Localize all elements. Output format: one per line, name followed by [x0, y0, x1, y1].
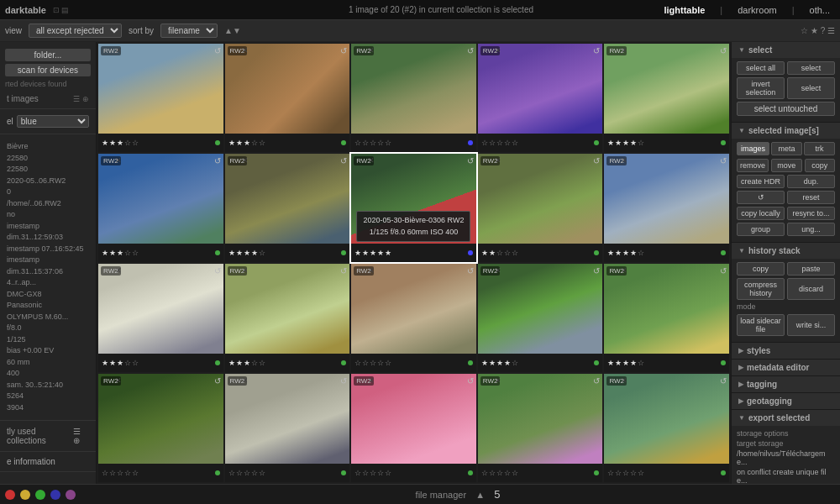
thumbnail-cell-10[interactable]: ✕RW2↺★★★★☆: [604, 154, 729, 262]
thumbnail-cell-5[interactable]: ✕RW2↺★★★★☆: [604, 44, 729, 152]
thumbnail-cell-8[interactable]: ✕RW2↺2020-05-30-Bièvre-0306 RW21/125 f/8…: [351, 154, 476, 262]
thumb-stars-20[interactable]: ☆☆☆☆☆: [607, 469, 644, 477]
tag-select[interactable]: blue: [17, 115, 89, 128]
collections-header[interactable]: tly used collections ☰ ⊕: [0, 424, 96, 448]
copy-locally-button[interactable]: copy locally: [737, 207, 785, 220]
thumb-sync-icon-8[interactable]: ↺: [467, 156, 474, 165]
thumb-sync-icon-19[interactable]: ↺: [593, 376, 600, 386]
invert-selection-button[interactable]: invert selection: [737, 77, 785, 99]
yellow-dot-button[interactable]: [20, 490, 30, 500]
thumb-stars-16[interactable]: ☆☆☆☆☆: [102, 469, 139, 477]
sort-select[interactable]: filename: [160, 24, 218, 38]
thumb-stars-10[interactable]: ★★★★☆: [607, 249, 644, 257]
thumb-sync-icon-18[interactable]: ↺: [467, 376, 474, 386]
thumb-stars-3[interactable]: ☆☆☆☆☆: [354, 139, 391, 147]
blue-dot-button[interactable]: [50, 490, 60, 500]
copy-history-button[interactable]: copy: [737, 262, 785, 276]
tab-images[interactable]: images: [737, 142, 769, 155]
thumb-stars-9[interactable]: ★★☆☆☆: [481, 249, 518, 257]
thumb-sync-icon-3[interactable]: ↺: [467, 46, 474, 55]
reset-icon-button[interactable]: ↺: [737, 191, 785, 204]
select-btn2[interactable]: select: [787, 61, 835, 75]
write-sidecar-button[interactable]: write si...: [787, 314, 835, 336]
thumb-sync-icon-20[interactable]: ↺: [720, 376, 727, 386]
load-sidecar-button[interactable]: load sidecar file: [737, 314, 785, 336]
thumb-sync-icon-14[interactable]: ↺: [593, 266, 600, 276]
thumb-sync-icon-2[interactable]: ↺: [340, 46, 347, 55]
thumb-sync-icon-10[interactable]: ↺: [720, 156, 727, 165]
select-btn3[interactable]: select: [787, 77, 835, 99]
resync-button[interactable]: resync to...: [787, 207, 835, 220]
thumbnail-cell-18[interactable]: ✕RW2↺☆☆☆☆☆: [351, 374, 476, 482]
thumb-sync-icon-1[interactable]: ↺: [214, 46, 221, 55]
thumb-sync-icon-9[interactable]: ↺: [593, 156, 600, 165]
thumb-stars-2[interactable]: ★★★☆☆: [228, 139, 265, 147]
tagging-title[interactable]: ▶ tagging: [732, 376, 840, 392]
thumb-sync-icon-5[interactable]: ↺: [720, 46, 727, 55]
thumbnail-cell-1[interactable]: ✕RW2↺★★★☆☆: [98, 44, 223, 152]
selected-images-title[interactable]: ▼ selected image[s]: [732, 123, 840, 139]
image-information-item[interactable]: e information: [0, 455, 96, 468]
thumb-stars-7[interactable]: ★★★★☆: [228, 249, 265, 257]
thumb-sync-icon-11[interactable]: ↺: [214, 266, 221, 276]
tab-trk[interactable]: trk: [804, 142, 835, 155]
thumbnail-cell-19[interactable]: ✕RW2↺☆☆☆☆☆: [478, 374, 603, 482]
thumbnail-cell-15[interactable]: ✕RW2↺★★★★☆: [604, 264, 729, 372]
history-title[interactable]: ▼ history stack: [732, 243, 840, 259]
thumb-sync-icon-6[interactable]: ↺: [214, 156, 221, 165]
thumb-stars-8[interactable]: ★★★★★: [354, 249, 391, 257]
thumbnail-cell-12[interactable]: ✕RW2↺★★★☆☆: [225, 264, 350, 372]
thumb-stars-15[interactable]: ★★★★☆: [607, 359, 644, 367]
thumb-sync-icon-17[interactable]: ↺: [340, 376, 347, 386]
thumbnail-cell-4[interactable]: ✕RW2↺☆☆☆☆☆: [478, 44, 603, 152]
thumb-stars-12[interactable]: ★★★☆☆: [228, 359, 265, 367]
darkroom-mode-btn[interactable]: darkroom: [732, 3, 781, 17]
thumbnail-cell-9[interactable]: ✕RW2↺★★☆☆☆: [478, 154, 603, 262]
tab-meta[interactable]: meta: [771, 142, 802, 155]
green-dot-button[interactable]: [35, 490, 45, 500]
select-all-button[interactable]: select all: [737, 61, 785, 75]
ungroup-button[interactable]: ung...: [787, 223, 835, 236]
reset-button[interactable]: reset: [787, 191, 835, 204]
thumb-sync-icon-16[interactable]: ↺: [214, 376, 221, 386]
thumb-stars-17[interactable]: ☆☆☆☆☆: [228, 469, 265, 477]
metadata-title[interactable]: ▶ metadata editor: [732, 360, 840, 375]
dup-button[interactable]: dup.: [787, 175, 835, 188]
other-mode-btn[interactable]: oth...: [805, 3, 835, 17]
thumb-sync-icon-4[interactable]: ↺: [593, 46, 600, 55]
thumb-stars-19[interactable]: ☆☆☆☆☆: [481, 469, 518, 477]
create-hdr-button[interactable]: create HDR: [737, 175, 785, 188]
thumbnail-cell-6[interactable]: ✕RW2↺★★★☆☆: [98, 154, 223, 262]
move-button[interactable]: move: [771, 159, 802, 172]
thumb-sync-icon-15[interactable]: ↺: [720, 266, 727, 276]
compress-history-button[interactable]: compress history: [737, 278, 785, 300]
thumb-stars-11[interactable]: ★★★☆☆: [102, 359, 139, 367]
thumb-sync-icon-12[interactable]: ↺: [340, 266, 347, 276]
export-title[interactable]: ▼ export selected: [732, 410, 840, 426]
lighttable-mode-btn[interactable]: lighttable: [659, 3, 710, 17]
remove-button[interactable]: remove: [737, 159, 769, 172]
thumbnail-cell-20[interactable]: ✕RW2↺☆☆☆☆☆: [604, 374, 729, 482]
group-button[interactable]: group: [737, 223, 785, 236]
thumbnail-cell-7[interactable]: ✕RW2↺★★★★☆: [225, 154, 350, 262]
thumbnail-cell-14[interactable]: ✕RW2↺★★★★☆: [478, 264, 603, 372]
thumb-sync-icon-13[interactable]: ↺: [467, 266, 474, 276]
thumbnail-cell-3[interactable]: ✕RW2↺☆☆☆☆☆: [351, 44, 476, 152]
discard-button[interactable]: discard: [787, 278, 835, 300]
copy-button[interactable]: copy: [805, 159, 836, 172]
thumb-stars-13[interactable]: ☆☆☆☆☆: [354, 359, 391, 367]
red-dot-button[interactable]: [5, 490, 15, 500]
thumb-stars-14[interactable]: ★★★★☆: [481, 359, 518, 367]
paste-history-button[interactable]: paste: [787, 262, 835, 276]
purple-dot-button[interactable]: [66, 490, 76, 500]
scan-devices-button[interactable]: scan for devices: [5, 64, 91, 76]
geotagging-title[interactable]: ▶ geotagging: [732, 393, 840, 409]
thumbnail-cell-13[interactable]: ✕RW2↺☆☆☆☆☆: [351, 264, 476, 372]
thumbnail-cell-17[interactable]: ✕RW2↺☆☆☆☆☆: [225, 374, 350, 482]
thumb-stars-4[interactable]: ☆☆☆☆☆: [481, 139, 518, 147]
thumb-stars-6[interactable]: ★★★☆☆: [102, 249, 139, 257]
thumbnail-cell-16[interactable]: ✕RW2↺☆☆☆☆☆: [98, 374, 223, 482]
folder-button[interactable]: folder...: [5, 49, 91, 61]
thumb-stars-5[interactable]: ★★★★☆: [607, 139, 644, 147]
styles-title[interactable]: ▶ styles: [732, 343, 840, 359]
